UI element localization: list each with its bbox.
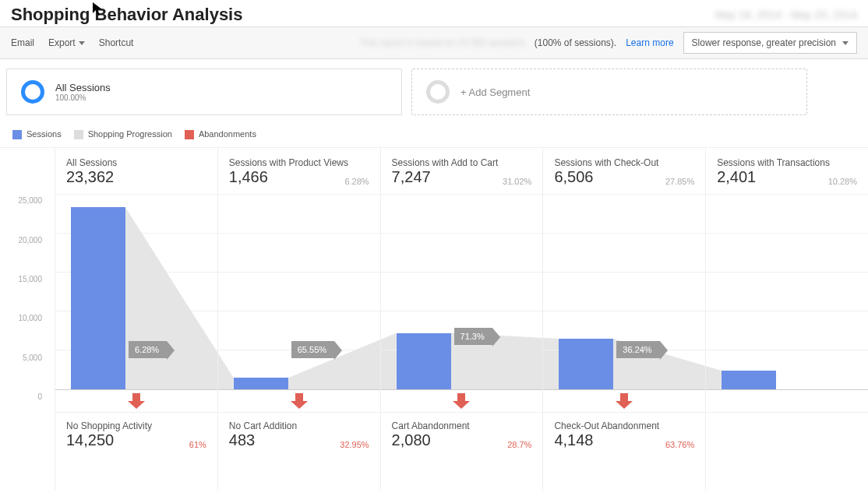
abandon-pct: 63.76% <box>665 440 694 449</box>
abandonment-cell[interactable]: Check-Out Abandonment4,14863.76% <box>543 413 705 464</box>
segment-all-sessions[interactable]: All Sessions 100.00% <box>6 69 402 115</box>
shortcut-link[interactable]: Shortcut <box>99 37 134 48</box>
abandon-label: Check-Out Abandonment <box>554 420 694 431</box>
stage-bar[interactable] <box>722 371 776 389</box>
learn-more-link[interactable]: Learn more <box>626 37 673 48</box>
add-segment-label: + Add Segment <box>460 86 530 98</box>
funnel-chart: 0 5,000 10,000 15,000 20,000 25,000 All … <box>0 148 868 491</box>
precision-label: Slower response, greater precision <box>692 37 836 48</box>
stage-label: Sessions with Product Views <box>229 157 369 168</box>
drop-arrow-row <box>381 390 543 413</box>
stage-bar-area: 71.3% <box>381 195 543 390</box>
abandon-value: 4,148 <box>554 431 593 449</box>
stage-label: All Sessions <box>66 157 206 168</box>
abandon-pct: 28.7% <box>507 440 531 449</box>
email-link[interactable]: Email <box>11 37 34 48</box>
stage-header[interactable]: Sessions with Transactions2,40110.28% <box>706 148 868 195</box>
stage-value: 23,362 <box>66 168 114 186</box>
abandonment-cell <box>706 413 868 464</box>
stage-bar-area <box>706 195 868 390</box>
abandon-arrow-icon <box>451 392 471 410</box>
abandon-arrow-icon <box>289 392 309 410</box>
funnel-stage: Sessions with Add to Cart7,24731.02%71.3… <box>380 148 543 491</box>
drop-arrow-row <box>543 390 705 413</box>
abandon-pct: 61% <box>189 440 206 449</box>
export-label: Export <box>48 37 76 48</box>
stage-header[interactable]: All Sessions23,362 <box>55 148 217 195</box>
funnel-stage: Sessions with Transactions2,40110.28% <box>705 148 868 491</box>
stage-value: 2,401 <box>717 168 756 186</box>
legend-progression: Shopping Progression <box>74 129 172 139</box>
stage-bar[interactable] <box>234 378 288 389</box>
stage-label: Sessions with Check-Out <box>554 157 694 168</box>
abandon-label: Cart Abandonment <box>392 420 532 431</box>
abandon-value: 14,250 <box>66 431 114 449</box>
drop-arrow-row <box>706 390 868 413</box>
caret-down-icon <box>842 41 849 45</box>
stage-value: 1,466 <box>229 168 268 186</box>
y-axis: 0 5,000 10,000 15,000 20,000 25,000 <box>0 209 47 405</box>
export-dropdown[interactable]: Export <box>48 37 85 48</box>
stage-label: Sessions with Transactions <box>717 157 857 168</box>
stage-value: 6,506 <box>554 168 593 186</box>
stage-bar[interactable] <box>559 339 613 389</box>
ytick: 25,000 <box>18 196 42 205</box>
page-title: Shopping Behavior Analysis <box>11 5 242 25</box>
date-range[interactable]: May 18, 2014 - May 20, 2014 <box>715 9 857 21</box>
stage-header[interactable]: Sessions with Add to Cart7,24731.02% <box>381 148 543 195</box>
abandon-arrow-icon <box>126 392 146 410</box>
stage-bar-area: 36.24% <box>543 195 705 390</box>
stage-bar[interactable] <box>397 333 451 389</box>
funnel-stage: Sessions with Check-Out6,50627.85%36.24%… <box>542 148 705 491</box>
abandonment-cell[interactable]: No Cart Addition48332.95% <box>218 413 380 464</box>
stage-bar-area: 65.55% <box>218 195 380 390</box>
abandon-label: No Shopping Activity <box>66 420 206 431</box>
chart-legend: Sessions Shopping Progression Abandonmen… <box>0 121 868 148</box>
drop-arrow-row <box>55 390 217 413</box>
abandon-value: 483 <box>229 431 255 449</box>
stage-pct: 10.28% <box>828 177 857 186</box>
sampling-pct: (100% of sessions). <box>535 37 616 48</box>
caret-down-icon <box>79 41 85 45</box>
drop-arrow-row <box>218 390 380 413</box>
report-toolbar: Email Export Shortcut This report is bas… <box>0 26 868 59</box>
flow-badge: 71.3% <box>454 328 492 345</box>
flow-badge: 65.55% <box>291 341 334 358</box>
funnel-stage: Sessions with Product Views1,4666.28%65.… <box>217 148 380 491</box>
stage-pct: 31.02% <box>503 177 531 186</box>
ytick: 5,000 <box>23 353 42 361</box>
precision-dropdown[interactable]: Slower response, greater precision <box>683 32 857 54</box>
abandon-pct: 32.95% <box>340 440 369 449</box>
stage-label: Sessions with Add to Cart <box>392 157 532 168</box>
funnel-stage: All Sessions23,3626.28%No Shopping Activ… <box>55 148 217 491</box>
segment-ring-icon <box>21 80 44 104</box>
legend-sessions: Sessions <box>12 129 62 139</box>
stage-pct: 6.28% <box>344 177 369 186</box>
add-segment-button[interactable]: + Add Segment <box>411 69 807 115</box>
abandonment-cell[interactable]: Cart Abandonment2,08028.7% <box>381 413 543 464</box>
flow-badge: 6.28% <box>129 341 167 358</box>
flow-badge: 36.24% <box>616 341 659 358</box>
abandon-label: No Cart Addition <box>229 420 369 431</box>
abandon-value: 2,080 <box>392 431 431 449</box>
abandon-arrow-icon <box>614 392 634 410</box>
stage-pct: 27.85% <box>665 177 694 186</box>
stage-header[interactable]: Sessions with Check-Out6,50627.85% <box>543 148 705 195</box>
ytick: 20,000 <box>18 235 42 244</box>
stage-bar-area: 6.28% <box>55 195 217 390</box>
legend-abandon: Abandonments <box>185 129 256 139</box>
abandonment-cell[interactable]: No Shopping Activity14,25061% <box>55 413 217 464</box>
segment-name: All Sessions <box>55 82 111 93</box>
stage-bar[interactable] <box>71 207 125 389</box>
ytick: 15,000 <box>18 274 42 283</box>
sampling-blurred-text: This report is based on 23,362 sessions <box>360 37 525 48</box>
segment-ring-icon <box>426 80 450 104</box>
stage-value: 7,247 <box>392 168 431 186</box>
segment-pct: 100.00% <box>55 93 111 102</box>
ytick: 0 <box>37 392 42 401</box>
ytick: 10,000 <box>18 314 42 322</box>
stage-header[interactable]: Sessions with Product Views1,4666.28% <box>218 148 380 195</box>
